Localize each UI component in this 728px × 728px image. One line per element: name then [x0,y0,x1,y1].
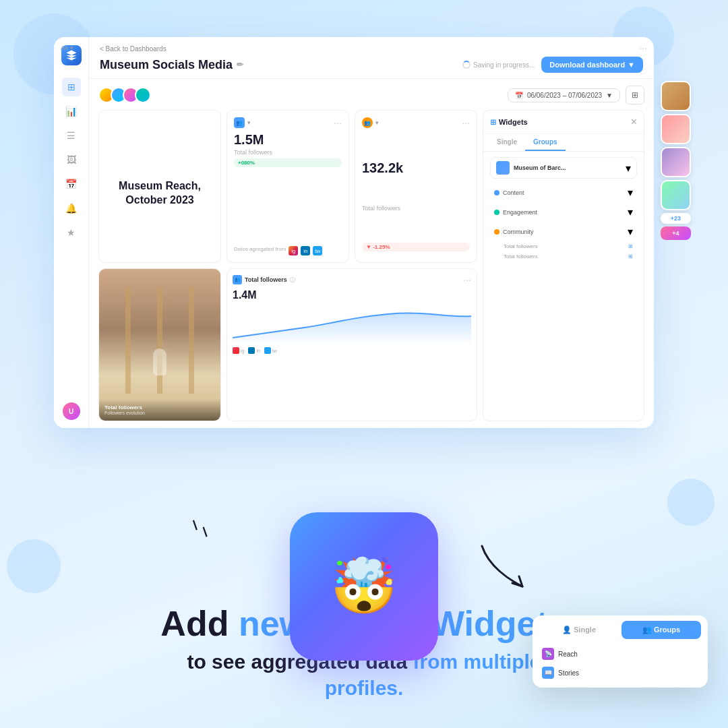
stat-widget-1: 👥 ▾ ··· 1.5M Total followers +080% Datos… [226,110,349,263]
decorative-dashes: / / [191,517,210,540]
sidebar-item-analytics[interactable]: 📊 [62,102,81,121]
sidebar-item-list[interactable]: ☰ [62,126,81,145]
sidebar: ⊞ 📊 ☰ 🖼 📅 🔔 ★ U [54,37,89,428]
profile-selector[interactable]: Museum of Barc... ▾ [490,157,637,179]
widgets-grid: Aa ▾ ··· Museum Reach, October 2023 👥 ▾ … [98,110,644,421]
fp-tab-single[interactable]: 👤 Single [539,621,619,639]
panel-title: ⊞ Widgets [490,118,528,127]
text-widget-content: Museum Reach, October 2023 [119,179,201,208]
date-range-filter[interactable]: 📅 06/06/2023 – 07/06/2023 ▼ [508,88,620,102]
stat1-label: ▾ [247,119,251,126]
avatar-4 [135,87,151,103]
floating-panel-tabs: 👤 Single 👥 Groups [533,615,708,639]
panel-tabs: Single Groups [483,134,644,152]
topbar-right: Saving in progress... Download dashboard… [462,57,643,73]
category-content[interactable]: Content ▾ [490,183,637,202]
followers-chart [233,304,471,344]
stat1-label-text: Total followers [234,149,342,156]
main-content: < Back to Dashboards Museum Socials Medi… [89,37,654,428]
stat2-label-text: Total followers [362,205,470,212]
stat2-menu[interactable]: ··· [462,117,470,128]
profile-name: Museum of Barc... [514,164,566,171]
sub-item-followers-2[interactable]: Total followers ⊞ [490,251,637,262]
decorative-blob-bl [7,539,61,593]
chart-widget-2: 👥 Total followers ⓘ ··· 1.4M [226,268,477,421]
sidebar-item-dashboard[interactable]: ⊞ [62,78,81,96]
panel-close-icon[interactable]: × [631,116,637,128]
sidebar-item-calendar[interactable]: 📅 [62,175,81,193]
stat1-value: 1.5M [234,132,342,148]
tab-single[interactable]: Single [489,134,525,151]
dropdown-arrow-icon: ▼ [628,61,635,69]
dashboard-card: ⊞ 📊 ☰ 🖼 📅 🔔 ★ U < Back to Dashboards Mus… [54,37,654,428]
extra-profiles-badge: +23 [661,213,691,224]
profile-thumbnail [496,161,510,175]
chart2-value: 1.4M [233,289,471,301]
stat-widget-2: 👥 ▾ ··· 132.2k Total followers ▼ -1.25% [355,110,477,263]
fp-tab-groups[interactable]: 👥 Groups [621,621,701,639]
saving-status: Saving in progress... [462,61,535,69]
sub-item-followers-1[interactable]: Total followers ⊞ [490,241,637,251]
dashboard-title: Museum Socials Media ✏ [100,58,243,72]
collaborator-avatars [98,87,147,103]
arrow-decoration [475,539,529,593]
twitter-icon: tw [313,246,322,255]
floating-panel: 👤 Single 👥 Groups 📡 Reach 📖 Stories [533,615,708,688]
user-avatar[interactable]: U [63,402,80,420]
stat1-sources: Datos agregated from ig in tw [234,246,342,255]
saving-spinner [462,61,471,69]
content-area: 📅 06/06/2023 – 07/06/2023 ▼ ⊞ Aa ▾ ··· M [89,79,654,428]
widgets-panel: ⊞ Widgets × Single Groups Museum [483,110,644,421]
profile-thumb-3 [661,147,691,177]
fp-item-stories[interactable]: 📖 Stories [539,663,701,682]
chart-widget-museum: Total followers Followers evolution [98,268,221,421]
stories-icon: 📖 [542,667,554,679]
category-community[interactable]: Community ▾ [490,222,637,241]
panel-section: Museum of Barc... ▾ Content ▾ Engagement… [483,152,644,267]
profile-thumb-4 [661,180,691,210]
stat2-value: 132.2k [362,160,470,176]
museum-overlay: Total followers Followers evolution [99,399,220,421]
profile-thumbnails-right: +23 +4 [661,81,691,240]
linkedin-icon: in [301,246,310,255]
sidebar-item-media[interactable]: 🖼 [62,150,81,169]
extra-profiles-avatar: +4 [661,226,691,240]
edit-title-icon[interactable]: ✏ [237,60,243,69]
profile-thumb-2 [661,114,691,144]
stat1-menu[interactable]: ··· [334,117,342,128]
stat1-badge: +080% [234,158,342,167]
reach-icon: 📡 [542,648,554,660]
sidebar-item-notifications[interactable]: 🔔 [62,199,81,218]
tab-groups[interactable]: Groups [525,134,566,151]
category-engagement[interactable]: Engagement ▾ [490,202,637,222]
single-icon: 👤 [562,626,572,634]
floating-panel-items: 📡 Reach 📖 Stories [533,639,708,688]
profile-thumb-1 [661,81,691,111]
groups-icon: 👥 [642,626,652,634]
download-button[interactable]: Download dashboard ▼ [541,57,643,73]
fp-item-reach[interactable]: 📡 Reach [539,644,701,663]
emoji-character: 🤯 [290,512,438,661]
date-dropdown-icon: ▼ [606,92,613,99]
text-widget: Aa ▾ ··· Museum Reach, October 2023 [98,110,221,263]
calendar-icon: 📅 [515,92,523,99]
chart2-menu[interactable]: ··· [463,274,471,285]
stat2-badge: ▼ -1.25% [362,243,470,251]
layout-toggle[interactable]: ⊞ [626,86,644,104]
instagram-icon: ig [289,246,298,255]
profile-dropdown-icon: ▾ [626,162,631,175]
stat2-label: ▾ [375,119,379,126]
decorative-blob-br [667,479,715,526]
sidebar-item-favorites[interactable]: ★ [62,223,81,242]
toolbar-row: 📅 06/06/2023 – 07/06/2023 ▼ ⊞ [98,86,644,104]
